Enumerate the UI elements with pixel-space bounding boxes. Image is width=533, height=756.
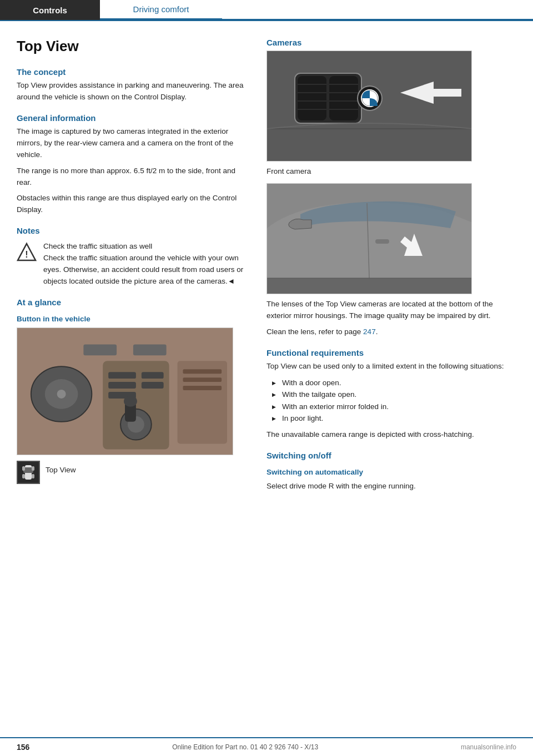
concept-text: Top View provides assistance in parking … [17,80,250,103]
side-camera-image [266,183,472,294]
nav-controls-tab[interactable]: Controls [0,0,100,20]
notes-heading: Notes [17,226,250,235]
car-interior-image [17,327,233,455]
page-footer: 156 Online Edition for Part no. 01 40 2 … [0,737,533,756]
svg-rect-19 [183,369,222,374]
functional-req-text2: The unavailable camera range is depicted… [266,429,516,441]
svg-rect-32 [329,76,358,120]
svg-rect-26 [32,466,34,471]
svg-rect-48 [375,239,389,244]
footer-edition-text: Online Edition for Part no. 01 40 2 926 … [172,743,318,751]
footer-site-text: manualsonline.info [461,743,516,751]
svg-text:!: ! [25,250,28,259]
svg-point-5 [57,390,66,399]
functional-req-text: Top View can be used only to a limited e… [266,361,516,372]
switching-auto-text: Select drive mode R with the engine runn… [266,481,516,492]
svg-rect-21 [183,386,222,390]
camera-text2-end: . [376,327,378,336]
svg-rect-16 [83,344,117,355]
topview-icon-row: Top View [17,461,250,484]
functional-req-heading: Functional requirements [266,348,516,357]
svg-rect-28 [32,474,34,478]
main-content: Top View The concept Top View provides a… [0,21,533,513]
general-info-text3: Obstacles within this range are thus dis… [17,193,250,216]
svg-point-15 [124,396,137,407]
bullet-item-3: With an exterior mirror folded in. [272,401,516,413]
svg-rect-31 [298,76,326,120]
general-info-text2: The range is no more than approx. 6.5 ft… [17,165,250,189]
general-info-text1: The image is captured by two cameras int… [17,126,250,161]
bullet-item-1: With a door open. [272,377,516,389]
controls-label: Controls [33,6,67,15]
front-camera-label: Front camera [266,166,516,178]
bullet-list: With a door open. With the tailgate open… [266,377,516,425]
page-title: Top View [17,38,250,55]
svg-rect-27 [22,474,25,478]
camera-description-text: The lenses of the Top View cameras are l… [266,299,516,322]
svg-rect-17 [133,344,167,355]
front-camera-image [266,51,472,162]
right-column: Cameras [266,38,516,497]
nav-line [222,0,533,20]
button-in-vehicle-heading: Button in the vehicle [17,315,250,323]
bullet-item-4: In poor light. [272,412,516,425]
svg-rect-9 [108,372,136,379]
svg-rect-12 [142,372,164,379]
topview-label: Top View [46,465,76,476]
at-a-glance-heading: At a glance [17,298,250,307]
warning-icon: ! [17,241,37,264]
navigation-bar: Controls Driving comfort [0,0,533,21]
switching-auto-heading: Switching on automatically [266,468,516,476]
camera-page-link[interactable]: 247 [363,327,376,336]
svg-rect-20 [183,377,222,382]
camera-page-ref-text: Clean the lens, refer to page 247. [266,326,516,338]
concept-heading: The concept [17,67,250,77]
driving-comfort-label: Driving comfort [133,4,189,14]
notes-text-block: Check the traffic situation as well Chec… [43,241,250,288]
svg-rect-25 [22,466,25,471]
general-info-heading: General information [17,113,250,123]
left-column: Top View The concept Top View provides a… [17,38,250,497]
notes-box: ! Check the traffic situation as well Ch… [17,241,250,288]
switching-heading: Switching on/off [266,451,516,460]
notes-warning1: Check the traffic situation as well [43,241,250,253]
topview-icon [17,461,40,484]
svg-rect-50 [267,278,472,294]
cameras-heading: Cameras [266,38,516,47]
nav-driving-tab[interactable]: Driving comfort [100,0,222,20]
camera-text2: Clean the lens, refer to page [266,327,363,336]
svg-rect-13 [142,382,164,389]
svg-rect-10 [108,382,136,389]
page-number: 156 [17,743,29,752]
notes-warning2: Check the traffic situation around the v… [43,253,250,288]
bullet-item-2: With the tailgate open. [272,389,516,401]
